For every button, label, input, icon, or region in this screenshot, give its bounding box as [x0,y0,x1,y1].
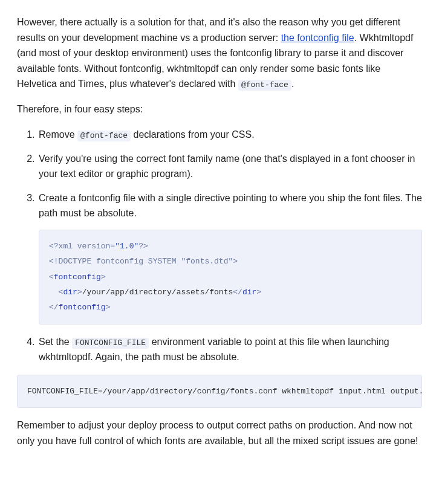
list-item: Set the FONTCONFIG_FILE environment vari… [37,334,422,365]
code-block-xml: <?xml version="1.0"?> <!DOCTYPE fontconf… [39,230,422,325]
list-item: Create a fontconfig file with a single d… [37,190,422,325]
text: declarations from your CSS. [131,129,255,140]
paragraph-outro: Remember to adjust your deploy process t… [17,418,422,448]
text: Set the [39,337,72,347]
inline-code-fontface: @font-face [77,131,131,141]
list-item: Verify you're using the correct font fam… [37,151,422,182]
command-text: FONTCONFIG_FILE=/your/app/directory/conf… [27,387,422,396]
xml-decl: <?xml [49,242,73,251]
code-block-command[interactable]: FONTCONFIG_FILE=/your/app/directory/conf… [17,375,422,408]
text: Create a fontconfig file with a single d… [39,193,422,219]
text: Remove [39,129,77,140]
text: . [291,79,294,89]
inline-code-envvar: FONTCONFIG_FILE [72,338,149,349]
fontconfig-link[interactable]: the fontconfig file [281,33,354,43]
paragraph-lead: Therefore, in four easy steps: [17,102,422,117]
list-item: Remove @font-face declarations from your… [37,127,422,143]
inline-code-fontface: @font-face [238,80,291,91]
xml-doctype: <!DOCTYPE fontconfig SYSTEM "fonts.dtd"> [49,257,238,266]
paragraph-intro: However, there actually is a solution fo… [17,15,422,92]
steps-list: Remove @font-face declarations from your… [17,127,422,365]
